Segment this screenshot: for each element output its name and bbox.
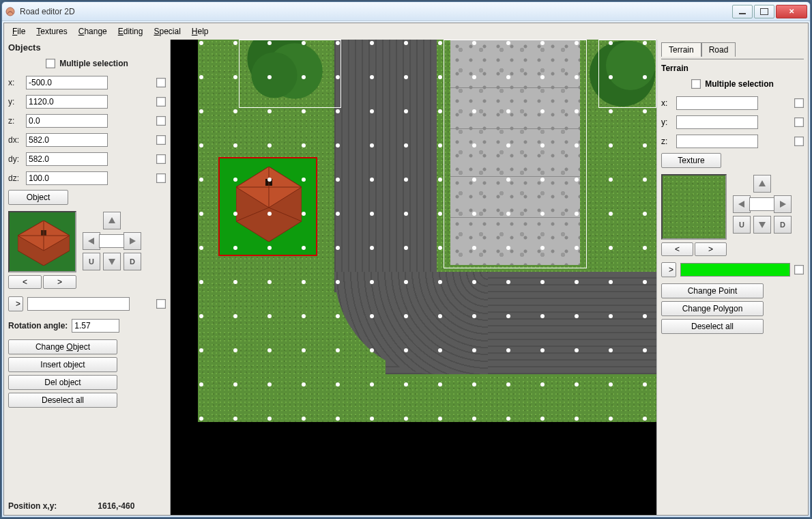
window-inner: File Textures Change Editing Special Hel… [3,23,809,516]
dy-lock-checkbox[interactable] [156,154,166,164]
svg-marker-24 [780,201,786,208]
rx-checkbox[interactable] [794,98,804,108]
editor-canvas[interactable] [171,40,656,515]
menu-editing[interactable]: Editing [114,25,147,38]
rx-field[interactable] [676,96,758,110]
menu-help[interactable]: Help [188,25,213,38]
rotation-field[interactable] [72,319,119,333]
x-field[interactable] [26,76,108,89]
terrain-deselect-button[interactable]: Deselect all [661,319,764,334]
menu-textures[interactable]: Textures [32,25,71,38]
y-field[interactable] [26,95,108,109]
ry-field[interactable] [676,115,758,129]
terrain-multisel-checkbox[interactable] [691,79,701,89]
rz-checkbox[interactable] [794,137,804,146]
deselect-all-button[interactable]: Deselect all [8,393,117,408]
color-preview[interactable] [680,263,790,277]
terrain-multisel-label: Multiple selection [705,79,774,89]
x-label: x: [8,78,22,87]
dy-field[interactable] [26,152,108,166]
change-polygon-button[interactable]: Change Polygon [661,301,764,316]
y-label: y: [8,97,22,107]
nav-up-button[interactable] [103,212,121,229]
nav-u-button[interactable]: U [83,253,100,270]
change-object-button[interactable]: Change Object [8,339,117,354]
tnav-input[interactable] [749,197,775,211]
dx-label: dx: [8,135,22,145]
nav-d-button[interactable]: D [124,253,141,270]
svg-marker-7 [88,238,94,244]
menu-change[interactable]: Change [74,25,111,38]
maximize-button[interactable] [754,5,774,18]
svg-marker-8 [130,238,136,244]
texture-button[interactable]: Texture [661,153,721,168]
terrain-heading: Terrain [661,64,804,73]
position-label: Position x,y: [8,501,57,511]
left-panel: Objects Multiple selection x: y: z: dx: … [4,40,171,515]
tex-prev-button[interactable]: < [661,242,693,256]
ry-label: y: [661,117,672,127]
dx-lock-checkbox[interactable] [156,135,166,145]
tnav-left-button[interactable] [733,195,751,213]
close-button[interactable]: ✕ [776,5,807,18]
app-window: Road editor 2D ✕ File Textures Change Ed… [1,1,811,518]
texture-preview [661,174,727,240]
svg-marker-22 [759,180,766,186]
tnav-u-button[interactable]: U [733,216,751,234]
nav-left-button[interactable] [83,232,100,250]
z-field[interactable] [26,114,108,128]
change-point-button[interactable]: Change Point [661,283,764,298]
tex-next-button[interactable]: > [695,242,727,256]
dz-field[interactable] [26,171,108,185]
rz-label: z: [661,137,672,146]
object-preview [8,211,76,272]
objects-heading: Objects [8,42,166,53]
multi-selection-label: Multiple selection [59,59,128,68]
minimize-button[interactable] [732,5,753,18]
svg-marker-9 [108,259,115,265]
rz-field[interactable] [676,135,758,148]
color-checkbox[interactable] [794,265,804,275]
svg-marker-25 [759,222,766,228]
tab-terrain[interactable]: Terrain [661,42,701,57]
multi-selection-checkbox[interactable] [46,59,55,68]
dx-field[interactable] [26,133,108,147]
selected-lot[interactable] [218,157,317,256]
nav-input[interactable] [99,234,125,248]
menubar: File Textures Change Editing Special Hel… [4,23,808,40]
rx-label: x: [661,98,672,108]
gt-checkbox[interactable] [156,299,166,309]
tnav-d-button[interactable]: D [774,216,792,234]
object-button[interactable]: Object [8,190,68,205]
dz-lock-checkbox[interactable] [156,173,166,183]
del-object-button[interactable]: Del object [8,375,117,390]
content-area: Objects Multiple selection x: y: z: dx: … [4,40,808,515]
insert-object-button[interactable]: Insert object [8,357,117,372]
nav-pad: U D [82,211,143,271]
tab-road[interactable]: Road [701,42,736,57]
ry-checkbox[interactable] [794,117,804,127]
position-value: 1616,-460 [98,501,134,511]
menu-special[interactable]: Special [149,25,184,38]
svg-marker-23 [738,201,744,208]
x-lock-checkbox[interactable] [156,78,166,87]
preview-next-button[interactable]: > [43,275,76,289]
dy-label: dy: [8,154,22,164]
right-panel: Terrain Road Terrain Multiple selection … [656,40,808,515]
menu-file[interactable]: File [8,25,29,38]
gt-button[interactable]: > [8,296,23,311]
terrain-nav-pad: U D [732,174,794,234]
tnav-right-button[interactable] [774,195,792,213]
y-lock-checkbox[interactable] [156,97,166,107]
z-lock-checkbox[interactable] [156,116,166,126]
preview-prev-button[interactable]: < [8,275,42,289]
tnav-down-button[interactable] [753,216,771,234]
z-label: z: [8,116,22,126]
tnav-up-button[interactable] [753,175,771,193]
nav-down-button[interactable] [103,253,121,270]
svg-marker-6 [108,217,115,223]
nav-right-button[interactable] [124,232,141,250]
rgt-button[interactable]: > [661,262,676,277]
rotation-label: Rotation angle: [8,321,68,331]
gt-field[interactable] [27,297,130,311]
